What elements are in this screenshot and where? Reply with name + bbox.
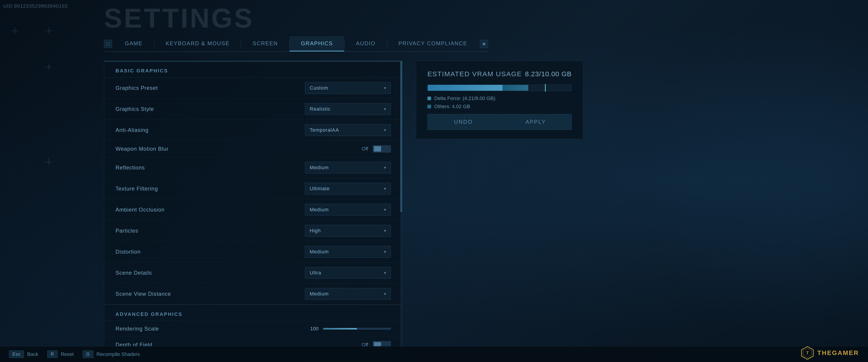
legend-dot-others xyxy=(428,105,431,108)
label-scene-view-distance: Scene View Distance xyxy=(116,291,171,297)
chevron-down-icon-8: ▾ xyxy=(384,249,386,254)
chevron-down-icon-3: ▾ xyxy=(384,128,386,133)
content-area: BASIC GRAPHICS Graphics Preset Custom ▾ … xyxy=(104,61,868,362)
label-rendering-scale: Rendering Scale xyxy=(116,326,159,332)
chevron-down-icon-5: ▾ xyxy=(384,186,386,191)
tab-graphics[interactable]: GRAPHICS xyxy=(289,36,344,51)
chevron-down-icon-10: ▾ xyxy=(384,291,386,297)
chevron-down-icon-7: ▾ xyxy=(384,228,386,233)
vram-legend: Delta Force: (4.21/8.00 GB) Others: 4.02… xyxy=(428,95,572,110)
label-scene-details: Scene Details xyxy=(116,270,152,276)
setting-row-weapon-motion-blur: Weapon Motion Blur Off xyxy=(104,141,402,157)
tab-game[interactable]: GAME xyxy=(114,36,154,51)
tab-screen[interactable]: SCREEN xyxy=(241,36,289,51)
setting-row-rendering-scale: Rendering Scale 100 xyxy=(104,321,402,337)
scrollbar-thumb xyxy=(400,61,402,212)
nav-left-bracket: □ xyxy=(104,40,112,48)
uid-text: UID:901233529963640192 xyxy=(3,3,68,9)
setting-row-scene-view-distance: Scene View Distance Medium ▾ xyxy=(104,283,402,305)
apply-button[interactable]: APPLY xyxy=(500,114,572,130)
logo: T THEGAMER xyxy=(801,346,859,360)
chevron-down-icon-4: ▾ xyxy=(384,165,386,170)
key-back-label: Back xyxy=(27,351,38,357)
nav-tabs: □ GAME KEYBOARD & MOUSE SCREEN GRAPHICS … xyxy=(104,36,488,52)
vram-legend-item-others: Others: 4.02 GB xyxy=(428,104,572,110)
key-esc: Esc xyxy=(9,351,24,358)
vram-value: 8.23/10.00 GB xyxy=(525,70,572,78)
bottom-bar: Esc Back R Reset G Recompile Shaders T T… xyxy=(0,346,868,362)
vram-legend-others-label: Others: 4.02 GB xyxy=(434,104,470,110)
dropdown-graphics-style[interactable]: Realistic ▾ xyxy=(305,103,391,115)
toggle-switch-weapon-motion-blur[interactable] xyxy=(373,145,391,152)
toggle-weapon-motion-blur: Off xyxy=(362,145,391,152)
dropdown-value-anti-aliasing: TemporalAA xyxy=(310,127,339,133)
key-reset-label: Reset xyxy=(61,351,74,357)
chevron-down-icon-6: ▾ xyxy=(384,207,386,212)
dropdown-texture-filtering[interactable]: Ultimate ▾ xyxy=(305,183,391,195)
vram-bar-delta xyxy=(428,85,502,91)
bottom-key-reset: R Reset xyxy=(47,351,74,358)
setting-row-particles: Particles High ▾ xyxy=(104,220,402,242)
setting-row-ambient-occlusion: Ambient Occlusion Medium ▾ xyxy=(104,199,402,220)
dropdown-distortion[interactable]: Medium ▾ xyxy=(305,246,391,258)
vram-header: Estimated VRAM Usage 8.23/10.00 GB xyxy=(428,70,572,78)
dropdown-value-scene-view-distance: Medium xyxy=(310,291,329,297)
vram-panel: Estimated VRAM Usage 8.23/10.00 GB Delta… xyxy=(416,61,583,362)
label-anti-aliasing: Anti-Aliasing xyxy=(116,127,149,133)
undo-button[interactable]: UNDO xyxy=(428,114,499,130)
tab-privacy-compliance[interactable]: PRIVACY COMPLIANCE xyxy=(387,36,479,51)
label-ambient-occlusion: Ambient Occlusion xyxy=(116,206,164,213)
legend-dot-delta xyxy=(428,96,431,100)
dropdown-particles[interactable]: High ▾ xyxy=(305,225,391,236)
vram-bar xyxy=(428,85,572,91)
basic-graphics-list: Graphics Preset Custom ▾ Graphics Style … xyxy=(104,78,402,305)
dropdown-scene-view-distance[interactable]: Medium ▾ xyxy=(305,288,391,300)
settings-panel: BASIC GRAPHICS Graphics Preset Custom ▾ … xyxy=(104,61,402,362)
setting-row-scene-details: Scene Details Ultra ▾ xyxy=(104,262,402,283)
setting-row-distortion: Distortion Medium ▾ xyxy=(104,242,402,262)
dropdown-reflections[interactable]: Medium ▾ xyxy=(305,162,391,173)
logo-text: THEGAMER xyxy=(817,349,859,357)
label-particles: Particles xyxy=(116,228,138,234)
vram-bar-marker xyxy=(545,84,546,92)
setting-row-texture-filtering: Texture Filtering Ultimate ▾ xyxy=(104,178,402,199)
toggle-knob xyxy=(374,146,381,151)
vram-actions: UNDO APPLY xyxy=(428,114,572,130)
dropdown-ambient-occlusion[interactable]: Medium ▾ xyxy=(305,204,391,216)
dropdown-scene-details[interactable]: Ultra ▾ xyxy=(305,267,391,279)
dropdown-anti-aliasing[interactable]: TemporalAA ▾ xyxy=(305,124,391,136)
label-texture-filtering: Texture Filtering xyxy=(116,186,158,192)
dropdown-value-texture-filtering: Ultimate xyxy=(310,186,330,192)
dropdown-value-scene-details: Ultra xyxy=(310,270,321,276)
slider-value-rendering-scale: 100 xyxy=(305,326,318,332)
dropdown-graphics-preset[interactable]: Custom ▾ xyxy=(305,82,391,94)
panel-scrollbar[interactable] xyxy=(400,61,402,362)
setting-row-graphics-preset: Graphics Preset Custom ▾ xyxy=(104,78,402,99)
label-weapon-motion-blur: Weapon Motion Blur xyxy=(116,146,168,152)
setting-row-graphics-style: Graphics Style Realistic ▾ xyxy=(104,99,402,120)
key-recompile-label: Recompile Shaders xyxy=(96,351,140,357)
label-graphics-preset: Graphics Preset xyxy=(116,85,158,91)
tab-audio[interactable]: AUDIO xyxy=(345,36,387,51)
vram-bar-others xyxy=(502,85,528,91)
dropdown-value-reflections: Medium xyxy=(310,165,329,171)
vram-card: Estimated VRAM Usage 8.23/10.00 GB Delta… xyxy=(416,61,583,139)
vram-legend-item-delta: Delta Force: (4.21/8.00 GB) xyxy=(428,95,572,101)
slider-track-rendering-scale[interactable] xyxy=(323,328,391,330)
dropdown-value-ambient-occlusion: Medium xyxy=(310,207,329,213)
toggle-label-weapon-motion-blur: Off xyxy=(362,146,368,152)
dropdown-value-graphics-style: Realistic xyxy=(310,106,331,112)
label-distortion: Distortion xyxy=(116,249,141,255)
tab-keyboard-mouse[interactable]: KEYBOARD & MOUSE xyxy=(154,36,241,51)
bottom-key-recompile: G Recompile Shaders xyxy=(83,351,140,358)
slider-rendering-scale: 100 xyxy=(305,326,391,332)
logo-icon: T xyxy=(801,346,814,360)
vram-title: Estimated VRAM Usage xyxy=(428,70,522,78)
setting-row-reflections: Reflections Medium ▾ xyxy=(104,157,402,178)
key-r: R xyxy=(47,351,57,358)
dropdown-value-particles: High xyxy=(310,228,321,234)
section-advanced-graphics: ADVANCED GRAPHICS xyxy=(104,305,402,321)
chevron-down-icon: ▾ xyxy=(384,85,386,90)
label-reflections: Reflections xyxy=(116,165,145,171)
page-title: Settings xyxy=(104,4,254,32)
